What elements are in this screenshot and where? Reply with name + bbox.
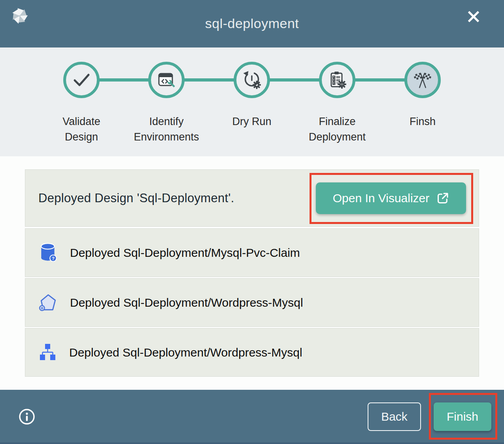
deployment-stepper: Validate Design Identify Environments [0, 47, 504, 156]
deployment-wizard-dialog: sql-deployment Validate Design [0, 0, 504, 444]
namespace-pentagon-icon [38, 293, 58, 313]
list-item-text: Deployed Sql-Deployment/Wordpress-Mysql [69, 346, 302, 359]
list-item: Deployed Sql-Deployment/Wordpress-Mysql [25, 328, 479, 377]
clipboard-gear-icon [328, 70, 347, 89]
step-label: Validate Design [46, 114, 117, 145]
step-identify-environments: Identify Environments [121, 62, 212, 145]
deployment-results: Deployed Design 'Sql-Deployment'. Open I… [0, 156, 504, 390]
list-item-text: Deployed Sql-Deployment/Mysql-Pvc-Claim [70, 246, 300, 260]
workload-hierarchy-icon [38, 343, 57, 362]
step-label: Identify Environments [131, 114, 202, 145]
step-label: Finsh [410, 114, 436, 129]
info-icon[interactable] [18, 408, 36, 425]
dry-run-icon [242, 70, 261, 89]
list-item-text: Deployed Sql-Deployment/Wordpress-Mysql [70, 296, 303, 309]
step-dry-run: Dry Run [206, 62, 297, 129]
list-item: ? Deployed Sql-Deployment/Mysql-Pvc-Clai… [25, 228, 479, 277]
open-in-visualizer-button[interactable]: Open In Visualizer [316, 182, 466, 214]
step-label: Dry Run [232, 114, 271, 129]
dialog-header: sql-deployment [0, 0, 504, 47]
external-link-icon [436, 192, 449, 205]
step-finish: Finsh [377, 62, 468, 129]
summary-row: Deployed Design 'Sql-Deployment'. Open I… [25, 169, 479, 227]
code-wrench-icon [157, 70, 176, 89]
meshery-logo-icon [11, 7, 29, 25]
open-in-visualizer-label: Open In Visualizer [333, 192, 430, 205]
step-circle-dry-run [234, 62, 270, 98]
finish-flags-icon [412, 69, 433, 91]
step-finalize-deployment: Finalize Deployment [292, 62, 383, 145]
summary-text: Deployed Design 'Sql-Deployment'. [38, 191, 234, 205]
dialog-footer: Back Finish [0, 390, 504, 444]
pvc-badge-text: ? [52, 256, 55, 260]
check-icon [66, 65, 97, 95]
step-circle-identify [148, 62, 185, 98]
step-circle-validate [63, 62, 100, 98]
back-button[interactable]: Back [368, 402, 421, 431]
list-item: Deployed Sql-Deployment/Wordpress-Mysql [25, 278, 479, 327]
finish-button[interactable]: Finish [434, 402, 491, 431]
step-label: Finalize Deployment [302, 114, 372, 145]
step-circle-finalize [319, 62, 355, 98]
close-icon[interactable] [465, 8, 482, 25]
step-circle-finish [404, 62, 441, 98]
step-validate-design: Validate Design [36, 62, 127, 145]
dialog-title: sql-deployment [205, 16, 299, 31]
pvc-database-icon: ? [38, 242, 58, 264]
